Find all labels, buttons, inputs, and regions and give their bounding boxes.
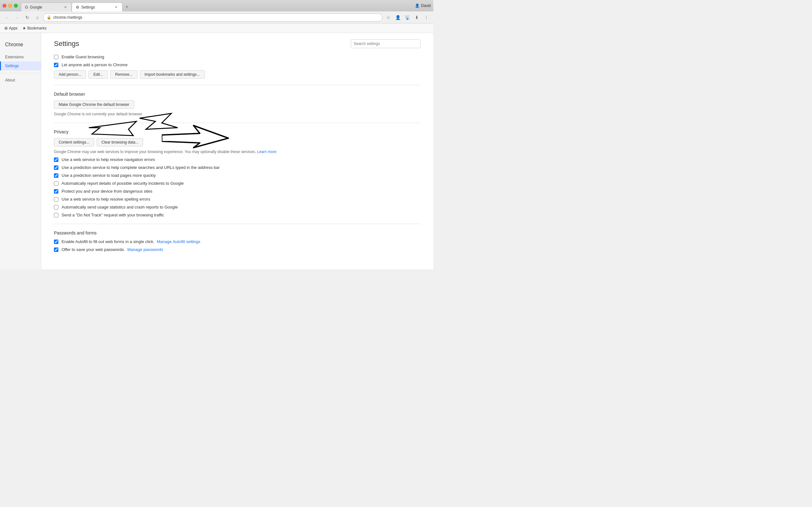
privacy-heading: Privacy [54,129,420,134]
manage-autofill-link[interactable]: Manage Autofill settings [157,239,200,244]
username-label: David [421,3,431,8]
sidebar-title: Chrome [0,39,41,53]
sidebar-divider [0,73,41,73]
guest-browsing-label: Enable Guest browsing [61,55,104,59]
google-icon: G [25,5,28,9]
tab-settings[interactable]: ⚙ Settings ✕ [72,3,122,11]
do-not-track-checkbox[interactable] [54,213,58,217]
prediction-searches-label: Use a prediction service to help complet… [61,165,220,170]
titlebar: G Google ✕ ⚙ Settings ✕ + 👤 David [0,0,433,11]
content-area: Settings Enable Guest browsing Let anyon… [41,33,433,269]
menu-button[interactable]: ⋮ [422,13,431,22]
sidebar: Chrome Extensions Settings About [0,33,41,269]
default-browser-heading: Default browser [54,92,420,97]
save-passwords-label-text: Offer to save your web passwords. Manage… [61,247,163,252]
sidebar-item-settings[interactable]: Settings [0,61,41,70]
privacy-info-content: Google Chrome may use web services to im… [54,150,256,154]
people-buttons-row: Add person... Edit... Remove... Import b… [54,70,420,78]
checkbox-security-incidents: Automatically report details of possible… [54,181,420,186]
bookmark-star[interactable]: ☆ [384,13,393,22]
minimize-button[interactable] [8,4,12,8]
do-not-track-label: Send a "Do Not Track" request with your … [61,213,164,217]
navigation-errors-checkbox[interactable] [54,158,58,162]
checkbox-prediction-pages: Use a prediction service to load pages m… [54,173,420,178]
checkbox-spelling-errors: Use a web service to help resolve spelli… [54,197,420,202]
save-passwords-checkbox[interactable] [54,247,58,252]
passwords-heading: Passwords and forms [54,230,420,235]
default-browser-info: Google Chrome is not currently your defa… [54,112,420,116]
checkbox-navigation-errors: Use a web service to help resolve naviga… [54,157,420,162]
divider-3 [54,224,420,224]
autofill-checkbox[interactable] [54,239,58,244]
download-button[interactable]: ⬇ [412,13,421,22]
tab-google-label: Google [30,5,42,9]
bookmarks-label: Bookmarks [27,26,46,31]
add-person-button[interactable]: Add person... [54,70,86,78]
remove-button[interactable]: Remove... [110,70,137,78]
dangerous-sites-checkbox[interactable] [54,189,58,193]
divider-1 [54,85,420,85]
nav-right: ☆ 👤 📡 ⬇ ⋮ [384,13,431,22]
divider-2 [54,123,420,123]
dangerous-sites-label: Protect you and your device from dangero… [61,189,152,193]
learn-more-link[interactable]: Learn more [257,150,276,154]
profile-button[interactable]: 👤 [393,13,402,22]
tab-settings-label: Settings [81,5,95,9]
autofill-label: Enable Autofill to fill out web forms in… [61,239,154,244]
guest-browsing-checkbox[interactable] [54,55,58,59]
usage-statistics-checkbox[interactable] [54,205,58,210]
settings-label: Settings [5,64,19,68]
star-icon: ★ [22,26,26,31]
make-default-button[interactable]: Make Google Chrome the default browser [54,101,134,109]
checkbox-usage-statistics: Automatically send usage statistics and … [54,205,420,210]
svg-marker-2 [162,125,229,148]
user-area: 👤 David [415,3,431,8]
security-incidents-label: Automatically report details of possible… [61,181,184,186]
security-incidents-checkbox[interactable] [54,181,58,186]
clear-browsing-data-button[interactable]: Clear browsing data... [97,138,143,147]
tab-google-close[interactable]: ✕ [63,5,67,9]
close-button[interactable] [3,4,6,8]
cast-button[interactable]: 📡 [403,13,412,22]
checkbox-do-not-track: Send a "Do Not Track" request with your … [54,213,420,217]
sidebar-item-about[interactable]: About [0,76,41,84]
prediction-searches-checkbox[interactable] [54,165,58,170]
sidebar-item-extensions[interactable]: Extensions [0,53,41,61]
add-person-label: Let anyone add a person to Chrome [61,62,128,67]
privacy-info-text: Google Chrome may use web services to im… [54,150,420,154]
import-bookmarks-button[interactable]: Import bookmarks and settings... [140,70,205,78]
checkbox-dangerous-sites: Protect you and your device from dangero… [54,189,420,193]
prediction-pages-checkbox[interactable] [54,173,58,178]
default-browser-btn-row: Make Google Chrome the default browser [54,101,420,109]
bookmark-bookmarks[interactable]: ★ Bookmarks [20,25,48,32]
add-person-checkbox[interactable] [54,63,58,67]
lock-icon: 🔒 [47,15,51,20]
checkbox-autofill: Enable Autofill to fill out web forms in… [54,239,420,244]
bookmark-apps[interactable]: ⊞ Apps [3,25,19,32]
navigation-errors-label: Use a web service to help resolve naviga… [61,157,155,162]
home-button[interactable]: ⌂ [33,13,42,22]
back-button[interactable]: ‹ [3,13,11,22]
new-tab-button[interactable]: + [122,3,131,11]
content-settings-button[interactable]: Content settings... [54,138,94,147]
reload-button[interactable]: ↻ [23,13,32,22]
checkbox-save-passwords: Offer to save your web passwords. Manage… [54,247,420,252]
maximize-button[interactable] [14,4,18,8]
tab-settings-close[interactable]: ✕ [114,5,118,9]
edit-button[interactable]: Edit... [89,70,108,78]
prediction-pages-label: Use a prediction service to load pages m… [61,173,156,178]
checkbox-guest-browsing: Enable Guest browsing [54,55,420,59]
forward-button[interactable]: › [13,13,21,22]
extensions-label: Extensions [5,55,24,59]
spelling-errors-checkbox[interactable] [54,197,58,202]
page-title: Settings [54,40,79,48]
content-header: Settings [54,39,420,48]
big-arrow-icon [162,124,232,153]
apps-grid-icon: ⊞ [4,26,8,31]
address-bar[interactable]: 🔒 chrome://settings [43,13,383,21]
search-input[interactable] [351,39,420,48]
manage-passwords-link[interactable]: Manage passwords [128,247,163,252]
tabs-bar: G Google ✕ ⚙ Settings ✕ + [21,0,415,11]
tab-google[interactable]: G Google ✕ [21,3,72,11]
about-label: About [5,78,15,82]
